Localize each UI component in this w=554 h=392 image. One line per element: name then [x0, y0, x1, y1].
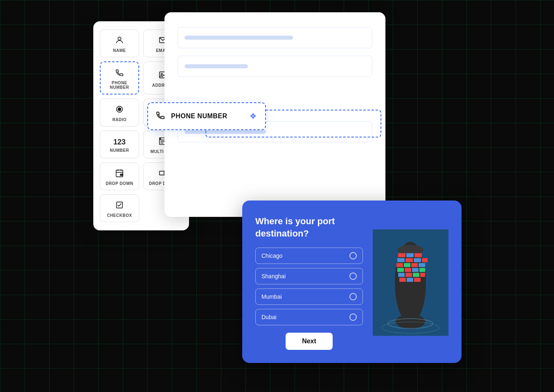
port-option-chicago[interactable]: Chicago — [255, 248, 363, 264]
option-dubai-label: Dubai — [261, 314, 277, 320]
form-input-1 — [178, 27, 372, 48]
field-date-label: DROP DOWN — [106, 181, 133, 186]
port-left-section: Where is your port destination? Chicago … — [255, 215, 363, 350]
next-button[interactable]: Next — [286, 333, 333, 350]
field-radio-label: Radio — [113, 117, 127, 122]
option-mumbai-label: Mumbai — [261, 293, 282, 300]
svg-rect-41 — [413, 273, 419, 277]
field-checkbox[interactable]: CHECKBOX — [100, 194, 139, 222]
option-chicago-label: Chicago — [261, 252, 282, 259]
checkbox-icon — [115, 201, 124, 211]
svg-point-5 — [118, 108, 121, 110]
svg-point-3 — [161, 73, 162, 75]
port-option-dubai[interactable]: Dubai — [255, 309, 363, 325]
svg-rect-34 — [419, 263, 425, 267]
placeholder-line-1 — [185, 36, 293, 40]
radio-icon — [115, 105, 124, 115]
svg-rect-37 — [412, 268, 419, 272]
svg-rect-30 — [422, 258, 428, 262]
svg-rect-31 — [396, 263, 403, 267]
option-chicago-radio[interactable] — [349, 252, 357, 259]
phone-drag-icon — [155, 110, 165, 122]
svg-rect-38 — [419, 268, 425, 272]
svg-rect-26 — [414, 253, 422, 257]
svg-rect-25 — [406, 253, 414, 257]
form-row-1 — [178, 27, 372, 48]
svg-rect-44 — [407, 278, 413, 282]
field-date[interactable]: 15 DROP DOWN — [100, 162, 139, 190]
svg-rect-29 — [414, 258, 421, 262]
svg-text:15: 15 — [120, 173, 123, 176]
dragged-field-label: PHONE NUMBER — [171, 113, 227, 120]
svg-rect-28 — [405, 258, 413, 262]
svg-rect-33 — [411, 263, 418, 267]
field-phone-label: Phone Number — [104, 81, 135, 90]
phone-icon — [115, 68, 124, 78]
placeholder-line-2 — [185, 64, 248, 68]
svg-point-0 — [118, 37, 121, 40]
port-option-shanghai[interactable]: Shanghai — [255, 268, 363, 284]
svg-rect-35 — [397, 268, 404, 272]
port-question: Where is your port destination? — [255, 215, 363, 239]
port-option-mumbai[interactable]: Mumbai — [255, 288, 363, 305]
svg-rect-36 — [405, 268, 411, 272]
field-name-label: NAME — [113, 48, 126, 53]
svg-rect-40 — [405, 273, 412, 277]
person-icon — [115, 36, 124, 46]
date-icon: 15 — [115, 169, 124, 179]
number-icon: 123 — [113, 138, 126, 146]
option-shanghai-label: Shanghai — [261, 273, 286, 279]
option-shanghai-radio[interactable] — [349, 273, 357, 280]
field-phone[interactable]: Phone Number — [100, 61, 139, 95]
port-panel: Where is your port destination? Chicago … — [242, 201, 462, 363]
svg-rect-39 — [398, 273, 405, 277]
form-input-2 — [178, 56, 372, 77]
option-mumbai-radio[interactable] — [349, 293, 357, 300]
field-name[interactable]: NAME — [100, 29, 139, 57]
field-number-label: NUMBER — [110, 148, 129, 153]
form-row-2 — [178, 56, 372, 77]
svg-rect-43 — [399, 278, 406, 282]
field-checkbox-label: CHECKBOX — [107, 213, 132, 218]
svg-rect-42 — [420, 273, 425, 277]
svg-rect-24 — [398, 253, 405, 257]
svg-rect-27 — [397, 258, 405, 262]
svg-rect-45 — [414, 278, 421, 282]
option-dubai-radio[interactable] — [349, 313, 357, 321]
svg-point-46 — [396, 314, 425, 329]
field-radio[interactable]: Radio — [100, 99, 139, 126]
field-number[interactable]: 123 NUMBER — [100, 131, 139, 158]
move-cursor-icon: ✥ — [250, 112, 256, 121]
ship-image — [373, 215, 448, 350]
svg-rect-32 — [404, 263, 410, 267]
dragged-phone-field[interactable]: PHONE NUMBER ✥ — [147, 102, 266, 130]
